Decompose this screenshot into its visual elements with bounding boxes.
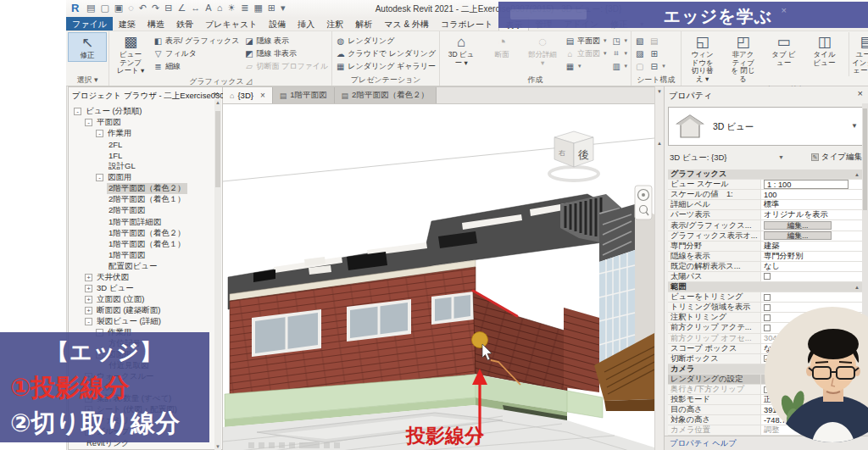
modify-button[interactable]: ↖修正 — [68, 32, 107, 62]
browser-item-1階平面図（着色２）[interactable]: 1階平面図（着色２） — [69, 228, 222, 239]
ribbon-tab-ファイル[interactable]: ファイル — [66, 17, 113, 31]
collapse-icon[interactable]: - — [85, 318, 92, 325]
ribbon-tab-コラボレート[interactable]: コラボレート — [435, 17, 498, 31]
browser-item-ビュー (分類順)[interactable]: -ビュー (分類順) — [69, 106, 222, 117]
browser-item-作業用[interactable]: -作業用 — [69, 128, 222, 139]
view-template-button[interactable]: ▩ビュー テンプレート ▾ — [111, 32, 150, 76]
browser-item-立面図 (立面)[interactable]: +立面図 (立面) — [69, 294, 222, 305]
save-icon[interactable]: ▣ — [114, 3, 123, 14]
collapse-icon[interactable]: - — [96, 174, 103, 181]
expand-icon[interactable]: + — [85, 285, 92, 292]
ribbon-tab-プレキャスト[interactable]: プレキャスト — [199, 17, 263, 31]
view-control-bar[interactable] — [248, 442, 340, 450]
property-section-グラフィックス[interactable]: グラフィックス▲ — [668, 169, 864, 180]
drawing-area[interactable]: ⌂{3D}×▤1階平面図▤2階平面図（着色２） — [223, 86, 654, 450]
property-row-ビューをトリミング[interactable]: ビューをトリミング — [668, 292, 864, 303]
checkbox-unchecked[interactable] — [764, 294, 771, 301]
collapse-icon[interactable]: - — [74, 108, 81, 115]
default-3d-icon[interactable]: ⌂ — [217, 3, 223, 14]
ribbon-tab-解析[interactable]: 解析 — [349, 17, 378, 31]
view-tab-2階平面図（着色２）[interactable]: ▤2階平面図（着色２） — [335, 87, 437, 103]
edit-type-button[interactable]: ✎タイプ編集 — [811, 152, 862, 163]
browser-item-2階平面図[interactable]: 2階平面図 — [69, 205, 222, 216]
collapse-icon[interactable]: - — [85, 119, 92, 126]
matchline-button[interactable]: ⊟▾ — [648, 60, 667, 72]
visibility-icon[interactable]: ▦ — [253, 3, 262, 14]
browser-item-製図ビュー (詳細)[interactable]: -製図ビュー (詳細) — [69, 316, 222, 327]
checkbox-unchecked[interactable] — [764, 314, 771, 321]
project-browser-close-icon[interactable]: × — [214, 89, 219, 99]
panel-splitter[interactable]: ▼ ▲ — [654, 86, 664, 450]
thin-lines-icon[interactable]: ≣ — [241, 3, 248, 14]
section-button[interactable]: ◔断面 — [482, 32, 521, 60]
browser-item-配置図ビュー[interactable]: 配置図ビュー — [69, 261, 222, 272]
viewcube[interactable]: 右 後 — [549, 131, 598, 181]
property-row-ビュー スケール[interactable]: ビュー スケール1 : 100 — [668, 180, 864, 190]
elevation-button[interactable]: ⌂立面図▾ — [564, 47, 609, 59]
checkbox-unchecked[interactable] — [764, 273, 771, 280]
plan-views-button[interactable]: ▤平面図▾ — [564, 35, 609, 47]
checkbox-unchecked[interactable] — [764, 304, 771, 311]
ribbon-tab-構造[interactable]: 構造 — [142, 17, 170, 31]
browser-item-平面図[interactable]: -平面図 — [69, 117, 222, 128]
browser-item-設計GL[interactable]: 設計GL — [69, 161, 222, 172]
thin-lines-button[interactable]: ≣細線 — [152, 60, 241, 72]
browser-item-断面図 (建築断面)[interactable]: +断面図 (建築断面) — [69, 305, 222, 316]
new-sheet-button[interactable]: ▧ — [633, 35, 646, 47]
properties-close-icon[interactable]: × — [858, 88, 863, 98]
user-interface-button[interactable]: ▤ユーザ インタフェース ▾ — [849, 32, 868, 76]
type-selector[interactable]: 3D ビュー ▼ — [668, 107, 864, 146]
guide-grid-button[interactable]: ⊞ — [648, 47, 667, 59]
undo-icon[interactable]: ↶ — [139, 3, 147, 14]
browser-item-2FL[interactable]: 2FL — [69, 139, 222, 150]
open-icon[interactable]: ▢ — [100, 3, 108, 14]
measure-icon[interactable]: ∠ — [177, 3, 186, 14]
browser-item-1階平面図（着色１）[interactable]: 1階平面図（着色１） — [69, 239, 222, 250]
edit-button[interactable]: 編集... — [764, 231, 832, 241]
expand-icon[interactable]: + — [85, 296, 92, 303]
3d-model-view[interactable]: 右 後 投影線分 — [223, 104, 654, 450]
browser-item-2階平面図（着色２）[interactable]: 2階平面図（着色２） — [69, 183, 222, 194]
browser-item-天井伏図[interactable]: +天井伏図 — [69, 272, 222, 283]
browser-item-1階平面詳細図[interactable]: 1階平面詳細図 — [69, 217, 222, 228]
property-row-パーツ表示[interactable]: パーツ表示オリジナルを表示 — [668, 210, 864, 220]
property-row-既定の解析表示ス...[interactable]: 既定の解析表示ス...なし — [668, 262, 864, 272]
remove-hidden-lines-button[interactable]: ◩隠線 非表示 — [242, 47, 330, 59]
title-block-button[interactable]: ▨ — [633, 47, 646, 59]
scale-input[interactable]: 1 : 100 — [764, 180, 849, 189]
property-row-表示/グラフィックス...[interactable]: 表示/グラフィックス...編集... — [668, 220, 864, 231]
project-browser-scrollbar[interactable]: ▲▼ — [214, 99, 221, 450]
browser-item-1階平面図[interactable]: 1階平面図 — [69, 250, 222, 261]
render-in-cloud-button[interactable]: ☁クラウドで レンダリング — [334, 47, 437, 59]
expand-icon[interactable]: + — [85, 274, 92, 281]
type-selector-dropdown-icon[interactable]: ▼ — [851, 122, 858, 130]
navigation-bar[interactable] — [635, 186, 652, 219]
collapse-icon[interactable]: ▲ — [854, 285, 860, 290]
render-gallery-button[interactable]: ▦レンダリング ギャラリー — [334, 60, 437, 72]
file-menu-icon[interactable]: ▤ — [86, 3, 95, 14]
close-inactive-button[interactable]: ◰非アクティブを 閉じる — [724, 32, 763, 84]
tab-views-button[interactable]: ▭タブ ビュー — [765, 32, 804, 68]
ribbon-tab-注釈[interactable]: 注釈 — [320, 17, 349, 31]
duplicate-view-button[interactable]: ◳▾ — [610, 35, 630, 47]
default-3d-view-button[interactable]: ⌂3D ビュー ▾ — [442, 32, 481, 68]
property-row-太陽パス[interactable]: 太陽パス — [668, 272, 864, 282]
collapse-icon[interactable]: - — [96, 130, 103, 137]
text-icon[interactable]: A — [205, 3, 211, 14]
property-section-範囲[interactable]: 範囲▲ — [668, 282, 864, 292]
browser-item-1FL[interactable]: 1FL — [69, 150, 222, 161]
revit-logo-icon[interactable]: R — [71, 2, 79, 14]
ribbon-tab-設備[interactable]: 設備 — [263, 17, 292, 31]
print-icon[interactable]: ⊟ — [164, 3, 172, 14]
render-button[interactable]: ◍レンダリング — [334, 35, 437, 47]
ribbon-tab-マス & 外構[interactable]: マス & 外構 — [378, 17, 435, 31]
browser-item-図面用[interactable]: -図面用 — [69, 172, 222, 183]
legends-button[interactable]: ⌗▾ — [610, 47, 630, 59]
collapse-icon[interactable]: ▲ — [854, 172, 860, 177]
visibility-graphics-button[interactable]: ◧表示/ グラフィックス — [152, 35, 241, 47]
browser-item-3D ビュー[interactable]: +3D ビュー — [69, 283, 222, 294]
view-tab-1階平面図[interactable]: ▤1階平面図 — [273, 87, 335, 103]
expand-icon[interactable]: + — [85, 307, 92, 314]
switch-windows-button[interactable]: ◱ウィンドウを 切り替え ▾ — [683, 32, 722, 84]
sun-icon[interactable]: ☀ — [227, 3, 236, 14]
